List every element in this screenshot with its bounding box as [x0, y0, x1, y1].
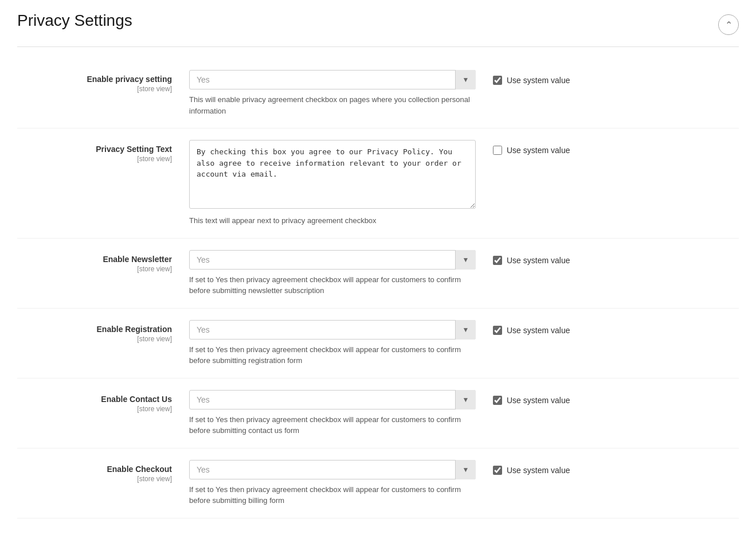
collapse-icon: ⌃ [725, 19, 733, 30]
select-wrapper-enable_registration: YesNo▼ [189, 320, 476, 340]
field-store-view-enable_registration: [store view] [17, 335, 172, 343]
field-label-privacy_text: Privacy Setting Text [17, 145, 172, 154]
use-system-value-label-enable_newsletter[interactable]: Use system value [493, 256, 570, 265]
label-col-enable_newsletter: Enable Newsletter[store view] [17, 250, 189, 273]
field-label-enable_newsletter: Enable Newsletter [17, 255, 172, 264]
control-col-enable_registration: YesNo▼If set to Yes then privacy agreeme… [189, 320, 476, 366]
select-wrapper-enable_privacy: YesNo▼ [189, 70, 476, 89]
select-enable_registration[interactable]: YesNo [189, 320, 476, 340]
hint-text-enable_contact_us: If set to Yes then privacy agreement che… [189, 414, 476, 436]
control-col-enable_contact_us: YesNo▼If set to Yes then privacy agreeme… [189, 390, 476, 436]
field-store-view-enable_contact_us: [store view] [17, 405, 172, 413]
system-value-col-enable_newsletter: Use system value [476, 250, 590, 265]
field-store-view-enable_checkout: [store view] [17, 475, 172, 483]
use-system-value-text-enable_privacy: Use system value [507, 76, 570, 85]
control-col-privacy_text: This text will appear next to privacy ag… [189, 140, 476, 227]
use-system-value-text-enable_newsletter: Use system value [507, 256, 570, 265]
select-enable_newsletter[interactable]: YesNo [189, 250, 476, 270]
use-system-value-checkbox-enable_contact_us[interactable] [493, 396, 502, 405]
use-system-value-text-enable_checkout: Use system value [507, 466, 570, 475]
control-col-enable_newsletter: YesNo▼If set to Yes then privacy agreeme… [189, 250, 476, 296]
label-col-privacy_text: Privacy Setting Text[store view] [17, 140, 189, 163]
field-store-view-enable_newsletter: [store view] [17, 265, 172, 273]
use-system-value-text-enable_contact_us: Use system value [507, 396, 570, 405]
control-col-enable_privacy: YesNo▼This will enable privacy agreement… [189, 70, 476, 116]
select-wrapper-enable_contact_us: YesNo▼ [189, 390, 476, 409]
use-system-value-label-privacy_text[interactable]: Use system value [493, 146, 570, 155]
page-header: Privacy Settings ⌃ [17, 11, 739, 47]
label-col-enable_privacy: Enable privacy setting[store view] [17, 70, 189, 93]
use-system-value-label-enable_contact_us[interactable]: Use system value [493, 396, 570, 405]
settings-row-enable_newsletter: Enable Newsletter[store view]YesNo▼If se… [17, 239, 739, 309]
settings-row-enable_contact_us: Enable Contact Us[store view]YesNo▼If se… [17, 379, 739, 448]
label-col-enable_contact_us: Enable Contact Us[store view] [17, 390, 189, 413]
select-wrapper-enable_newsletter: YesNo▼ [189, 250, 476, 270]
hint-text-enable_newsletter: If set to Yes then privacy agreement che… [189, 274, 476, 296]
use-system-value-checkbox-enable_newsletter[interactable] [493, 256, 502, 265]
field-store-view-enable_privacy: [store view] [17, 85, 172, 93]
system-value-col-enable_contact_us: Use system value [476, 390, 590, 405]
use-system-value-text-privacy_text: Use system value [507, 146, 570, 155]
use-system-value-checkbox-enable_registration[interactable] [493, 326, 502, 335]
system-value-col-privacy_text: Use system value [476, 140, 590, 155]
select-wrapper-enable_checkout: YesNo▼ [189, 460, 476, 479]
use-system-value-checkbox-privacy_text[interactable] [493, 146, 502, 155]
page-title: Privacy Settings [17, 11, 132, 30]
use-system-value-label-enable_registration[interactable]: Use system value [493, 326, 570, 335]
settings-row-privacy_text: Privacy Setting Text[store view]This tex… [17, 128, 739, 239]
label-col-enable_registration: Enable Registration[store view] [17, 320, 189, 343]
page-container: Privacy Settings ⌃ Enable privacy settin… [0, 0, 756, 530]
collapse-button[interactable]: ⌃ [718, 14, 739, 35]
field-store-view-privacy_text: [store view] [17, 155, 172, 163]
use-system-value-label-enable_checkout[interactable]: Use system value [493, 466, 570, 475]
settings-row-enable_privacy: Enable privacy setting[store view]YesNo▼… [17, 58, 739, 128]
select-enable_privacy[interactable]: YesNo [189, 70, 476, 89]
control-col-enable_checkout: YesNo▼If set to Yes then privacy agreeme… [189, 460, 476, 506]
use-system-value-text-enable_registration: Use system value [507, 326, 570, 335]
hint-text-enable_privacy: This will enable privacy agreement check… [189, 94, 476, 116]
hint-text-enable_registration: If set to Yes then privacy agreement che… [189, 344, 476, 366]
settings-row-enable_registration: Enable Registration[store view]YesNo▼If … [17, 309, 739, 379]
field-label-enable_registration: Enable Registration [17, 325, 172, 334]
field-label-enable_privacy: Enable privacy setting [17, 75, 172, 84]
label-col-enable_checkout: Enable Checkout[store view] [17, 460, 189, 483]
settings-table: Enable privacy setting[store view]YesNo▼… [17, 58, 739, 518]
textarea-privacy_text[interactable] [189, 140, 476, 209]
use-system-value-checkbox-enable_privacy[interactable] [493, 76, 502, 85]
field-label-enable_checkout: Enable Checkout [17, 465, 172, 474]
system-value-col-enable_privacy: Use system value [476, 70, 590, 85]
field-label-enable_contact_us: Enable Contact Us [17, 395, 172, 404]
settings-row-enable_checkout: Enable Checkout[store view]YesNo▼If set … [17, 448, 739, 518]
use-system-value-checkbox-enable_checkout[interactable] [493, 466, 502, 475]
hint-text-privacy_text: This text will appear next to privacy ag… [189, 215, 476, 227]
system-value-col-enable_registration: Use system value [476, 320, 590, 335]
select-enable_contact_us[interactable]: YesNo [189, 390, 476, 409]
use-system-value-label-enable_privacy[interactable]: Use system value [493, 76, 570, 85]
select-enable_checkout[interactable]: YesNo [189, 460, 476, 479]
system-value-col-enable_checkout: Use system value [476, 460, 590, 475]
hint-text-enable_checkout: If set to Yes then privacy agreement che… [189, 484, 476, 506]
